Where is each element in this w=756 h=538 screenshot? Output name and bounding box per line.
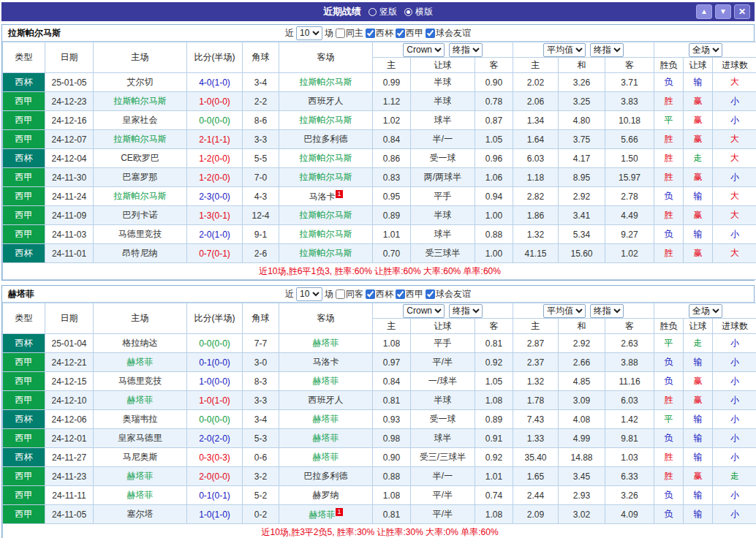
avg-odds-select[interactable]: 平均值 [543,304,586,318]
team-link[interactable]: 赫塔菲 [309,509,335,520]
league-liga-input[interactable] [396,289,405,299]
team-link[interactable]: 马德里竞技 [118,229,162,239]
match-scope-select[interactable]: 全场 [689,304,722,318]
odds-source-select[interactable]: Crown [403,43,445,57]
league-liga-input[interactable] [396,29,405,38]
league-checkbox-cup[interactable]: 西杯 [366,288,393,300]
radio-vertical-layout[interactable]: 竖版 [368,6,397,18]
score-cell[interactable]: 0-1(0-0) [187,353,243,372]
score-cell[interactable]: 0-0(0-0) [187,410,243,429]
avg-odds-stage-select[interactable]: 终指 [590,304,624,318]
result-wdl-cell: 负 [654,353,684,372]
league-checkbox-friendly[interactable]: 球会友谊 [426,288,471,300]
team-link[interactable]: 皇家马德里 [118,433,162,443]
league-friendly-input[interactable] [426,289,435,299]
avg-away-odds-cell: 3.83 [605,92,654,111]
league-cup-input[interactable] [366,29,375,38]
team-link[interactable]: 拉斯帕尔马斯 [300,77,352,87]
team-link[interactable]: 赫塔菲 [313,338,339,348]
team-link[interactable]: 赫罗纳 [313,490,339,500]
team-link[interactable]: 马洛卡 [309,192,335,202]
score-cell[interactable]: 0-1(0-1) [187,486,243,505]
team-link[interactable]: 拉斯帕尔马斯 [300,172,352,182]
score-cell[interactable]: 1-0(1-0) [187,505,243,524]
away-team-cell: 巴拉多利德 [279,467,373,486]
team-link[interactable]: 巴拉多利德 [304,134,348,144]
league-checkbox-friendly[interactable]: 球会友谊 [426,27,471,39]
score-cell[interactable]: 1-2(0-0) [187,149,243,168]
team-link[interactable]: 赫塔菲 [313,433,339,443]
avg-odds-stage-select[interactable]: 终指 [590,43,624,57]
avg-odds-select[interactable]: 平均值 [543,43,586,57]
team-link[interactable]: 赫塔菲 [127,395,154,405]
league-checkbox-liga[interactable]: 西甲 [396,27,423,39]
handicap-home-odds-cell: 1.12 [373,92,411,111]
match-row: 西甲24-12-07拉斯帕尔马斯2-1(1-1)3-3巴拉多利德0.84半/一1… [3,130,756,149]
score-cell[interactable]: 2-0(0-0) [187,467,243,486]
team-link[interactable]: 巴塞罗那 [123,172,158,182]
team-link[interactable]: 赫塔菲 [127,471,154,481]
move-down-button[interactable]: ▼ [715,4,731,19]
league-friendly-input[interactable] [426,29,435,38]
team-link[interactable]: 西班牙人 [309,96,344,106]
score-cell[interactable]: 0-3(0-3) [187,448,243,467]
team-link[interactable]: 赫塔菲 [313,376,339,386]
score-cell[interactable]: 1-3(0-1) [187,206,243,225]
results-table: 类型 日期 主场 比分(半场) 角球 客场 Crown 终指 平均值 终指 [2,303,756,538]
team-link[interactable]: 拉斯帕尔马斯 [114,191,167,201]
team-link[interactable]: 拉斯帕尔马斯 [114,134,167,144]
odds-stage-select[interactable]: 终指 [449,304,483,318]
league-cup-input[interactable] [366,289,375,299]
score-cell[interactable]: 2-1(1-1) [187,130,243,149]
score-cell[interactable]: 2-0(2-0) [187,429,243,448]
team-link[interactable]: 赫塔菲 [127,490,154,500]
team-link[interactable]: 皇家社会 [123,115,158,125]
close-button[interactable]: ✕ [734,4,750,19]
team-link[interactable]: 马洛卡 [313,357,339,367]
team-link[interactable]: 赫塔菲 [313,452,339,462]
team-link[interactable]: CE欧罗巴 [121,153,159,163]
odds-stage-select[interactable]: 终指 [449,43,483,57]
team-link[interactable]: 拉斯帕尔马斯 [300,210,352,220]
team-link[interactable]: 西班牙人 [309,395,344,405]
same-venue-input[interactable] [336,289,345,299]
team-link[interactable]: 巴列卡诺 [123,210,158,220]
team-link[interactable]: 马尼奥斯 [123,452,158,462]
score-cell[interactable]: 1-0(1-0) [187,391,243,410]
match-scope-select[interactable]: 全场 [689,43,722,57]
team-link[interactable]: 格拉纳达 [123,338,158,348]
team-link[interactable]: 赫塔菲 [127,357,154,367]
league-checkbox-cup[interactable]: 西杯 [366,27,393,39]
team-link[interactable]: 塞尔塔 [127,509,154,519]
odds-source-select[interactable]: Crown [403,304,445,318]
score-cell[interactable]: 4-0(1-0) [187,73,243,92]
team-link[interactable]: 拉斯帕尔马斯 [114,96,167,106]
score-cell[interactable]: 1-2(0-0) [187,168,243,187]
same-venue-input[interactable] [336,29,345,38]
team-link[interactable]: 拉斯帕尔马斯 [300,153,352,163]
team-link[interactable]: 奥瑞韦拉 [123,414,158,424]
score-cell[interactable]: 2-3(0-0) [187,187,243,206]
match-count-select[interactable]: 10 [296,287,322,301]
team-link[interactable]: 马德里竞技 [118,376,162,386]
score-cell[interactable]: 0-0(0-0) [187,334,243,353]
score-cell[interactable]: 0-0(0-0) [187,111,243,130]
league-checkbox-liga[interactable]: 西甲 [396,288,423,300]
team-link[interactable]: 巴拉多利德 [304,471,348,481]
same-venue-checkbox[interactable]: 同客 [336,288,363,300]
league-cup-label: 西杯 [376,288,393,300]
radio-horizontal-layout[interactable]: 横版 [404,6,433,18]
move-up-button[interactable]: ▲ [696,4,712,19]
team-link[interactable]: 拉斯帕尔马斯 [300,229,352,239]
team-link[interactable]: 拉斯帕尔马斯 [300,248,352,258]
score-cell[interactable]: 0-7(0-1) [187,244,243,263]
match-count-select[interactable]: 10 [296,26,322,40]
score-cell[interactable]: 1-0(0-0) [187,372,243,391]
score-cell[interactable]: 1-0(0-0) [187,92,243,111]
same-venue-checkbox[interactable]: 同主 [336,27,363,39]
team-link[interactable]: 艾尔切 [127,77,154,87]
score-cell[interactable]: 2-0(1-0) [187,225,243,244]
team-link[interactable]: 拉斯帕尔马斯 [300,115,352,125]
team-link[interactable]: 昂特尼纳 [123,248,158,258]
team-link[interactable]: 赫塔菲 [313,414,339,424]
